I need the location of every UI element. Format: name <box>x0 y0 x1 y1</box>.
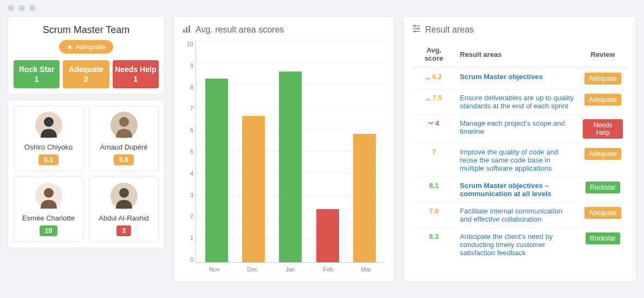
area-cell[interactable]: Manage each project's scope and timeline <box>456 115 578 144</box>
results-panel: Result areas Avg. score Result areas Rev… <box>403 16 636 282</box>
area-link[interactable]: Anticipate the client's need by conducti… <box>460 232 553 257</box>
review-badge: Rockstar <box>586 182 620 193</box>
svg-point-15 <box>414 25 416 27</box>
svg-point-17 <box>414 30 417 33</box>
col-area: Result areas <box>456 41 578 68</box>
area-cell[interactable]: Scrum Master objectives <box>456 68 578 89</box>
status-count: 1 <box>16 74 57 84</box>
score-cell: 7 <box>412 144 456 177</box>
person-score: 3 <box>116 225 131 236</box>
team-rating-badge: ★ Adequate <box>59 40 113 54</box>
col-score: Avg. score <box>412 41 456 68</box>
y-tick: 6 <box>183 127 193 133</box>
svg-rect-9 <box>186 27 187 33</box>
svg-rect-11 <box>183 32 191 33</box>
status-box-green[interactable]: Rock Star1 <box>14 60 60 88</box>
x-label: Dec <box>241 266 264 273</box>
y-tick: 5 <box>183 148 193 155</box>
status-label: Needs Help <box>115 64 157 74</box>
status-label: Adequate <box>65 64 107 74</box>
status-box-red[interactable]: Needs Help1 <box>113 60 159 88</box>
status-label: Rock Star <box>16 64 57 74</box>
bar-chart-icon <box>183 24 191 35</box>
bar-Nov[interactable] <box>205 79 228 262</box>
chrome-dot <box>29 5 36 11</box>
review-badge: Rockstar <box>586 232 620 244</box>
area-cell[interactable]: Scrum Master objectives – communication … <box>456 177 578 203</box>
area-cell[interactable]: Anticipate the client's need by conducti… <box>456 228 578 262</box>
result-row: 7.9Facilitate internal communication and… <box>412 203 627 228</box>
area-link[interactable]: Improve the quality of code and reuse th… <box>460 148 558 172</box>
svg-rect-14 <box>413 31 420 32</box>
result-row: ︾4Manage each project's scope and timeli… <box>412 115 627 144</box>
svg-point-16 <box>417 28 419 30</box>
area-link[interactable]: Scrum Master objectives <box>460 73 543 81</box>
x-label: Nov <box>203 266 226 273</box>
bar-Feb[interactable] <box>316 209 339 262</box>
review-badge: Adequate <box>584 94 621 106</box>
result-row: 8.3Anticipate the client's need by condu… <box>412 228 627 262</box>
chart-title: Avg. result area scores <box>196 25 284 35</box>
avatar <box>110 112 138 139</box>
area-link[interactable]: Scrum Master objectives – communication … <box>460 182 551 198</box>
result-row: ︽7.5Ensure deliverables are up to qualit… <box>412 89 627 115</box>
person-score: 6.6 <box>114 154 134 165</box>
score-cell: ︽7.5 <box>412 89 456 115</box>
score-value: 8.3 <box>429 232 439 241</box>
status-count: 2 <box>65 74 107 84</box>
person-name: Oshiro Chiyoko <box>17 143 80 151</box>
score-value: 7.9 <box>429 207 439 215</box>
status-count: 1 <box>115 74 157 84</box>
area-cell[interactable]: Facilitate internal communication and ef… <box>456 203 578 228</box>
area-link[interactable]: Facilitate internal communication and ef… <box>460 207 562 223</box>
y-tick: 10 <box>183 41 193 47</box>
score-cell: 8.3 <box>412 228 456 262</box>
y-tick: 4 <box>183 170 193 177</box>
person-name: Esmée Charlotte <box>17 214 80 222</box>
status-box-orange[interactable]: Adequate2 <box>63 60 109 88</box>
score-cell: ︽6.2 <box>412 68 456 89</box>
area-link[interactable]: Ensure deliverables are up to quality st… <box>460 94 574 110</box>
y-tick: 9 <box>183 62 193 69</box>
team-title: Scrum Master Team <box>14 24 159 36</box>
person-name: Abdul Al-Rashid <box>93 214 155 222</box>
score-value: 6.2 <box>432 73 442 81</box>
score-value: 8.1 <box>429 182 439 190</box>
person-card[interactable]: Abdul Al-Rashid3 <box>89 177 159 242</box>
bar-Jan[interactable] <box>279 72 302 262</box>
sliders-icon <box>412 24 421 35</box>
person-name: Arnaud Dupéré <box>93 143 155 151</box>
avatar <box>35 112 62 139</box>
trend-down-icon: ︾ <box>428 121 434 127</box>
area-cell[interactable]: Improve the quality of code and reuse th… <box>456 144 578 177</box>
person-card[interactable]: Arnaud Dupéré6.6 <box>89 106 159 171</box>
star-icon: ★ <box>67 43 73 51</box>
svg-rect-10 <box>188 25 190 33</box>
x-label: Mar <box>355 266 378 273</box>
bar-Mar[interactable] <box>353 134 376 262</box>
col-review: Review <box>578 41 627 68</box>
svg-point-5 <box>44 188 54 198</box>
result-row: ︽6.2Scrum Master objectivesAdequate <box>412 68 627 89</box>
team-rating-label: Adequate <box>75 43 106 51</box>
y-tick: 0 <box>183 256 193 263</box>
bar-Dec[interactable] <box>242 116 265 262</box>
review-badge: Needs Help <box>583 119 623 139</box>
person-card[interactable]: Oshiro Chiyoko6.1 <box>14 106 83 171</box>
result-row: 7Improve the quality of code and reuse t… <box>412 144 627 177</box>
chart-panel: Avg. result area scores 109876543210 Nov… <box>173 16 394 282</box>
svg-point-3 <box>119 117 129 127</box>
trend-up-icon: ︽ <box>426 74 431 80</box>
review-badge: Adequate <box>584 148 621 160</box>
score-cell: 7.9 <box>412 203 456 228</box>
person-card[interactable]: Esmée Charlotte10 <box>14 177 83 242</box>
person-score: 6.1 <box>38 154 58 165</box>
score-value: 7 <box>432 148 435 156</box>
area-link[interactable]: Manage each project's scope and timeline <box>460 119 565 135</box>
window-chrome <box>0 0 644 16</box>
result-row: 8.1Scrum Master objectives – communicati… <box>412 177 627 203</box>
score-value: 4 <box>435 119 439 127</box>
results-title: Result areas <box>425 25 474 35</box>
y-tick: 2 <box>183 213 193 219</box>
area-cell[interactable]: Ensure deliverables are up to quality st… <box>456 89 578 115</box>
